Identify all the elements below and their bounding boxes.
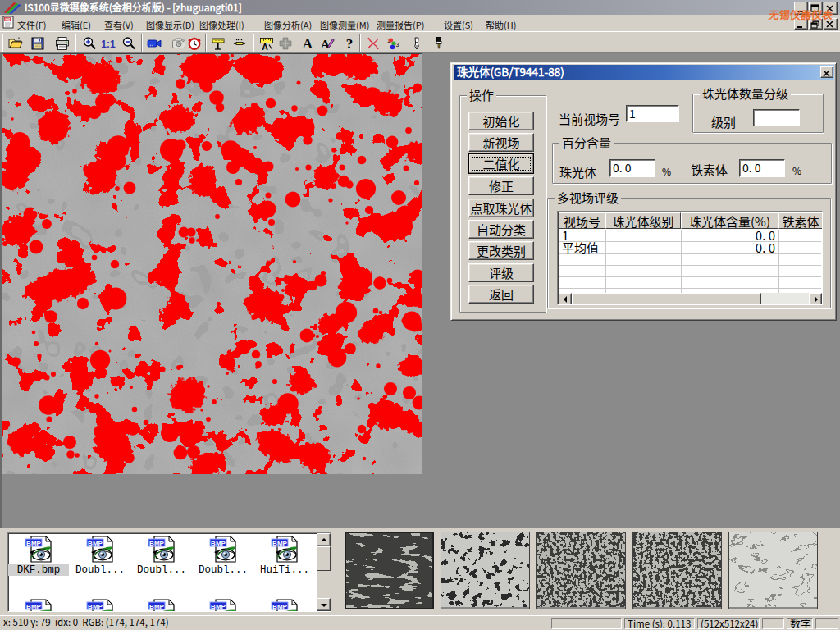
svg-text:BMP: BMP <box>88 603 103 610</box>
svg-text:A: A <box>321 38 330 51</box>
svg-text:3: 3 <box>396 42 399 48</box>
svg-text:BMP: BMP <box>272 603 287 610</box>
svg-text:BMP: BMP <box>26 540 41 547</box>
svg-text:BMP: BMP <box>88 540 103 547</box>
svg-text:1:1: 1:1 <box>101 39 116 50</box>
svg-text:BMP: BMP <box>211 540 226 547</box>
svg-text:BMP: BMP <box>149 540 164 547</box>
svg-text:BMP: BMP <box>272 540 287 547</box>
svg-text:BMP: BMP <box>26 603 41 610</box>
svg-text:BMP: BMP <box>149 603 164 610</box>
svg-text:BMP: BMP <box>211 603 226 610</box>
svg-text:A: A <box>303 36 313 51</box>
svg-text:?: ? <box>346 36 354 51</box>
svg-text:DOC: DOC <box>5 18 11 21</box>
svg-text:A: A <box>262 42 268 52</box>
